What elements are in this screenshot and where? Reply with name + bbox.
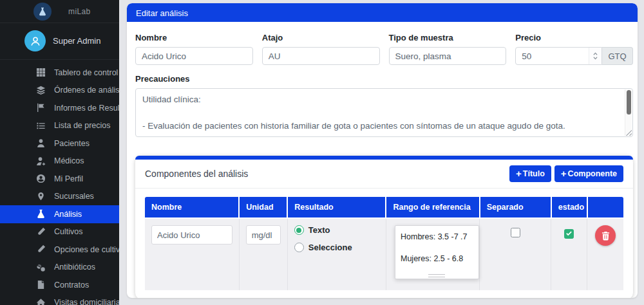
sidebar-item-tablero[interactable]: Tablero de control xyxy=(0,64,119,82)
result-type-radio-seleccione[interactable]: Seleccione xyxy=(294,243,379,252)
add-title-button[interactable]: +Título xyxy=(509,165,551,182)
pills-icon xyxy=(35,262,46,273)
sidebar-item-precios[interactable]: Lista de precios xyxy=(0,117,119,135)
person-icon xyxy=(29,35,42,48)
atajo-label: Atajo xyxy=(262,33,380,42)
separado-checkbox[interactable] xyxy=(511,228,520,237)
add-component-button[interactable]: +Componente xyxy=(554,165,623,182)
sidebar-item-label: Informes de Resultados xyxy=(54,104,119,113)
layers-icon xyxy=(35,85,46,96)
sidebar-item-cultivos[interactable]: Cultivos xyxy=(0,223,119,241)
sidebar-item-perfil[interactable]: Mi Perfil xyxy=(0,170,119,188)
check-icon xyxy=(565,230,573,237)
patient-icon xyxy=(35,138,46,149)
flask-icon xyxy=(38,7,47,16)
precauciones-textarea[interactable]: Utilidad clínica: - Evaluación de pacien… xyxy=(135,88,633,137)
sidebar-item-label: Mi Perfil xyxy=(54,174,83,183)
result-type-radio-texto[interactable]: Texto xyxy=(294,225,379,235)
scrollbar-thumb[interactable] xyxy=(627,90,631,115)
col-separado: Separado xyxy=(480,197,551,218)
components-header: Componentes del análisis +Título +Compon… xyxy=(135,160,633,189)
components-table-wrap: Nombre Unidad Resultado Rango de referen… xyxy=(135,189,633,298)
sidebar-item-medicos[interactable]: Médicos xyxy=(0,152,119,171)
sidebar-item-label: Visitas domiciliarias xyxy=(54,298,119,305)
atajo-input[interactable] xyxy=(262,47,380,65)
sidebar-item-antibioticos[interactable]: Antibióticos xyxy=(0,259,119,277)
vial-icon xyxy=(35,226,46,237)
chevron-up-down-icon xyxy=(592,51,598,60)
profile-icon xyxy=(35,173,46,184)
component-name-input[interactable] xyxy=(151,225,232,245)
main-content: Editar análisis Nombre Atajo Tipo de mue… xyxy=(119,0,644,305)
sidebar-item-label: Médicos xyxy=(54,156,84,165)
col-nombre: Nombre xyxy=(145,197,239,218)
sidebar-item-label: Órdenes de análisis xyxy=(54,86,119,95)
edit-analysis-card: Editar análisis Nombre Atajo Tipo de mue… xyxy=(127,3,638,298)
tipo-muestra-input[interactable] xyxy=(389,47,507,65)
flask-icon xyxy=(35,208,46,219)
brand-name: miLab xyxy=(68,7,91,16)
precauciones-label: Precauciones xyxy=(135,74,633,84)
sidebar-item-opciones-cultivo[interactable]: Opciones de cultivo xyxy=(0,241,119,259)
reference-range-textarea[interactable]: Hombres: 3.5 -7 .7 Mujeres: 2.5 - 6.8 xyxy=(395,225,479,279)
number-stepper[interactable] xyxy=(589,48,601,64)
nombre-label: Nombre xyxy=(135,33,253,42)
radio-unchecked-icon xyxy=(294,243,304,252)
components-card: Componentes del análisis +Título +Compon… xyxy=(135,156,633,298)
field-atajo: Atajo xyxy=(262,33,380,65)
doctor-icon xyxy=(35,156,46,167)
col-estado: estado xyxy=(551,197,587,218)
delete-component-button[interactable] xyxy=(595,225,616,246)
sidebar-item-analisis[interactable]: Análisis xyxy=(0,205,119,223)
map-pin-icon xyxy=(35,191,46,202)
component-unit-input[interactable] xyxy=(246,225,281,245)
app: miLab Super Admin Tablero de control Órd… xyxy=(0,0,644,305)
col-unidad: Unidad xyxy=(239,197,287,218)
sidebar-item-label: Pacientes xyxy=(54,139,90,148)
milab-logo xyxy=(33,3,52,21)
sidebar-item-contratos[interactable]: Contratos xyxy=(0,276,119,294)
table-header-row: Nombre Unidad Resultado Rango de referen… xyxy=(145,197,623,218)
contract-icon xyxy=(35,279,46,290)
precauciones-text: Utilidad clínica: - Evaluación de pacien… xyxy=(136,89,632,137)
user-name: Super Admin xyxy=(53,36,100,46)
sidebar: miLab Super Admin Tablero de control Órd… xyxy=(0,0,119,305)
list-icon xyxy=(35,120,46,131)
sidebar-item-label: Antibióticos xyxy=(54,263,95,272)
currency-addon: GTQ xyxy=(602,47,633,65)
plus-icon: + xyxy=(561,170,567,178)
sidebar-item-pacientes[interactable]: Pacientes xyxy=(0,134,119,152)
user-panel[interactable]: Super Admin xyxy=(0,23,119,60)
sidebar-item-label: Tablero de control xyxy=(54,68,118,77)
sidebar-item-label: Análisis xyxy=(54,210,82,219)
precauciones-group: Precauciones Utilidad clínica: - Evaluac… xyxy=(135,74,633,137)
sidebar-item-label: Contratos xyxy=(54,281,89,290)
avatar xyxy=(24,30,46,51)
brand: miLab xyxy=(0,0,119,23)
sidebar-nav: Tablero de control Órdenes de análisis I… xyxy=(0,60,119,305)
plus-icon: + xyxy=(516,170,522,178)
estado-checkbox[interactable] xyxy=(564,229,574,239)
field-tipo-muestra: Tipo de muestra xyxy=(389,33,507,65)
card-title: Editar análisis xyxy=(127,3,638,22)
col-rango: Rango de referencia xyxy=(386,197,479,218)
sidebar-item-visitas[interactable]: Visitas domiciliarias xyxy=(0,294,119,305)
card-body: Nombre Atajo Tipo de muestra Precio xyxy=(127,22,638,298)
grid-icon xyxy=(35,67,46,78)
sidebar-item-sucursales[interactable]: Sucursales xyxy=(0,188,119,206)
form-fields-row: Nombre Atajo Tipo de muestra Precio xyxy=(135,33,633,65)
sidebar-item-ordenes[interactable]: Órdenes de análisis xyxy=(0,82,119,100)
radio-checked-icon xyxy=(294,225,304,235)
sidebar-item-label: Lista de precios xyxy=(54,121,111,130)
components-table: Nombre Unidad Resultado Rango de referen… xyxy=(145,197,623,290)
sidebar-item-label: Cultivos xyxy=(54,227,82,236)
resize-grip-icon[interactable] xyxy=(428,274,445,277)
reference-range-text: Hombres: 3.5 -7 .7 Mujeres: 2.5 - 6.8 xyxy=(401,232,473,264)
trash-icon xyxy=(601,231,610,241)
sidebar-item-informes[interactable]: Informes de Resultados xyxy=(0,99,119,117)
sidebar-item-label: Sucursales xyxy=(54,192,94,201)
nombre-input[interactable] xyxy=(135,47,253,65)
flag-icon xyxy=(35,102,46,113)
home-icon xyxy=(35,297,46,305)
components-title: Componentes del análisis xyxy=(145,169,248,179)
